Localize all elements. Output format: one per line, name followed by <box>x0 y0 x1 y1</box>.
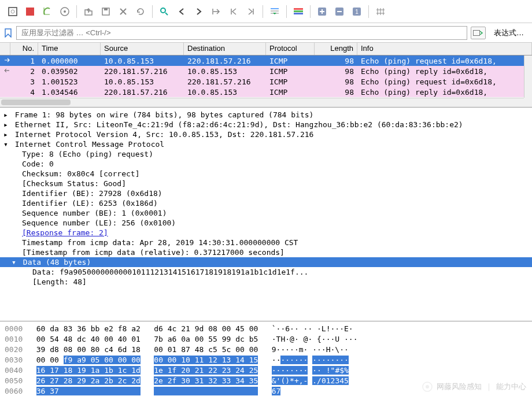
svg-rect-0 <box>9 8 17 16</box>
col-header-time[interactable]: Time <box>38 43 101 55</box>
tree-item[interactable]: [Timestamp from icmp data (relative): 0.… <box>0 247 532 257</box>
svg-point-4 <box>64 10 66 13</box>
col-header-info[interactable]: Info <box>357 43 532 55</box>
tree-item-data[interactable]: ▾ Data (48 bytes) <box>0 257 532 267</box>
hex-row[interactable]: 0040 16 17 18 19 1a 1b 1c 1d 1e 1f 20 21… <box>5 365 527 376</box>
col-header-source[interactable]: Source <box>101 43 184 55</box>
zoom-reset-icon[interactable]: 1 <box>349 3 365 20</box>
svg-rect-6 <box>104 8 108 10</box>
expand-icon[interactable]: ▸ <box>3 110 10 119</box>
tree-item[interactable]: Timestamp from icmp data: Apr 28, 2019 1… <box>0 238 532 247</box>
filter-apply-button[interactable] <box>471 27 486 39</box>
col-header-destination[interactable]: Destination <box>184 43 266 55</box>
display-filter-input[interactable] <box>16 26 467 40</box>
watermark-icon <box>422 381 433 393</box>
svg-line-9 <box>165 13 168 15</box>
svg-rect-16 <box>294 13 303 14</box>
packet-row[interactable]: 10.00000010.0.85.153220.181.57.216ICMP98… <box>0 55 532 66</box>
svg-rect-14 <box>294 8 303 10</box>
vscrollbar[interactable] <box>524 55 532 98</box>
expand-icon[interactable]: ▸ <box>3 130 10 139</box>
tree-item-frame[interactable]: ▸ Frame 1: 98 bytes on wire (784 bits), … <box>0 110 532 120</box>
resize-columns-icon[interactable] <box>372 3 389 20</box>
reload-icon[interactable] <box>132 3 149 20</box>
capture-options-icon[interactable] <box>5 3 21 20</box>
tree-item[interactable]: Identifier (LE): 6253 (0x186d) <box>0 198 532 208</box>
collapse-icon[interactable]: ▾ <box>12 258 19 267</box>
svg-point-1 <box>11 10 14 13</box>
jump-to-icon[interactable] <box>208 3 224 20</box>
save-file-icon[interactable] <box>98 3 114 20</box>
svg-point-8 <box>161 9 165 12</box>
expand-icon[interactable]: ▸ <box>3 120 10 129</box>
go-last-icon[interactable] <box>243 3 259 20</box>
tree-item-response-link[interactable]: [Response frame: 2] <box>0 228 532 238</box>
tree-item-ip[interactable]: ▸ Internet Protocol Version 4, Src: 10.0… <box>0 129 532 139</box>
packet-row[interactable]: 41.034546220.181.57.21610.0.85.153ICMP98… <box>0 87 532 97</box>
collapse-icon[interactable]: ▾ <box>3 140 10 149</box>
packet-row[interactable]: 31.00152310.0.85.153220.181.57.216ICMP98… <box>0 76 532 87</box>
tree-item[interactable]: Data: f9a9050000000000101112131415161718… <box>0 267 532 277</box>
svg-rect-15 <box>294 10 303 12</box>
col-header-length[interactable]: Length <box>315 43 357 55</box>
go-forward-icon[interactable] <box>191 3 207 20</box>
tree-item[interactable]: Sequence number (LE): 256 (0x0100) <box>0 218 532 228</box>
tree-item[interactable]: Checksum: 0x80c4 [correct] <box>0 169 532 179</box>
restart-capture-icon[interactable] <box>39 3 56 20</box>
find-packet-icon[interactable] <box>156 3 172 20</box>
colorize-icon[interactable] <box>290 3 306 20</box>
packet-list-pane: No. Time Source Destination Protocol Len… <box>0 43 532 108</box>
hex-row[interactable]: 0000 60 da 83 36 bb e2 f8 a2 d6 4c 21 9d… <box>5 324 527 334</box>
packet-details-pane: ▸ Frame 1: 98 bytes on wire (784 bits), … <box>0 108 532 321</box>
filter-toolbar: 表达式… <box>0 23 532 43</box>
hex-row[interactable]: 0020 39 d8 08 00 80 c4 6d 18 00 01 87 48… <box>5 345 527 355</box>
hex-row[interactable]: 0010 00 54 48 dc 40 00 40 01 7b a6 0a 00… <box>5 334 527 345</box>
tree-item[interactable]: Identifier (BE): 27928 (0x6d18) <box>0 188 532 198</box>
col-header-no[interactable]: No. <box>10 43 38 55</box>
watermark: 网藤风险感知｜能力中心 <box>422 381 526 393</box>
zoom-out-icon[interactable] <box>331 3 348 20</box>
tree-item[interactable]: Code: 0 <box>0 159 532 169</box>
hscrollbar[interactable] <box>0 98 524 107</box>
close-file-icon[interactable] <box>115 3 131 20</box>
svg-rect-2 <box>26 8 34 16</box>
autoscroll-icon[interactable] <box>267 3 283 20</box>
main-toolbar: 1 <box>0 0 532 23</box>
go-first-icon[interactable] <box>226 3 242 20</box>
tree-item[interactable]: Sequence number (BE): 1 (0x0001) <box>0 208 532 218</box>
tree-item[interactable]: Type: 8 (Echo (ping) request) <box>0 149 532 159</box>
packet-row[interactable]: 20.039502220.181.57.21610.0.85.153ICMP98… <box>0 66 532 76</box>
packet-list-header: No. Time Source Destination Protocol Len… <box>0 43 532 55</box>
expression-button[interactable]: 表达式… <box>489 27 529 39</box>
go-back-icon[interactable] <box>173 3 190 20</box>
open-file-icon[interactable] <box>80 3 97 20</box>
tree-item[interactable]: [Length: 48] <box>0 277 532 287</box>
stop-capture-icon[interactable] <box>22 3 38 20</box>
svg-text:1: 1 <box>355 9 359 15</box>
tree-item-ethernet[interactable]: ▸ Ethernet II, Src: LiteonTe_4c:21:9d (f… <box>0 120 532 129</box>
hex-row[interactable]: 0030 00 00 f9 a9 05 00 00 00 00 00 10 11… <box>5 355 527 365</box>
capture-options-button-icon[interactable] <box>57 3 73 20</box>
svg-point-27 <box>426 385 429 388</box>
col-header-protocol[interactable]: Protocol <box>266 43 315 55</box>
tree-item[interactable]: [Checksum Status: Good] <box>0 179 532 188</box>
bookmark-icon[interactable] <box>3 28 13 38</box>
zoom-in-icon[interactable] <box>314 3 330 20</box>
tree-item-icmp[interactable]: ▾ Internet Control Message Protocol <box>0 139 532 149</box>
